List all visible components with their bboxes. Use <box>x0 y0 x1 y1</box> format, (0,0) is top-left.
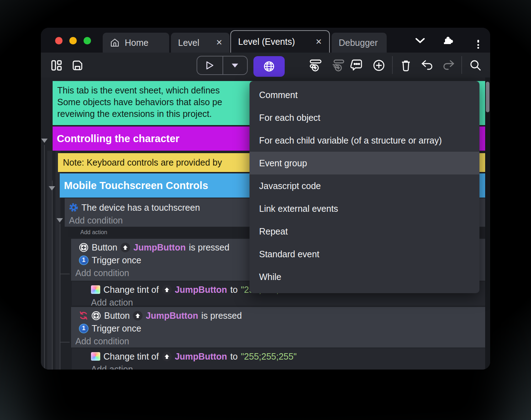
play-preview-button[interactable] <box>197 56 223 74</box>
comment-bubble-icon <box>350 59 363 72</box>
panels-icon <box>51 60 62 71</box>
action-text: to <box>230 285 238 295</box>
add-comment-button[interactable] <box>349 57 365 74</box>
menu-item-repeat[interactable]: Repeat <box>250 220 479 243</box>
condition-text: is pressed <box>189 242 229 253</box>
object-icon <box>133 311 143 321</box>
globe-icon <box>263 60 275 72</box>
network-preview-button[interactable] <box>253 56 285 77</box>
add-action-link[interactable]: Add action <box>91 297 133 306</box>
plus-circle-icon <box>372 59 385 72</box>
menu-item-for-each-child-variable[interactable]: For each child variable (of a structure … <box>250 129 479 152</box>
tab-home[interactable]: Home <box>103 33 169 53</box>
search-button[interactable] <box>467 57 484 74</box>
tree-line <box>60 342 70 343</box>
object-name: JumpButton <box>146 311 198 321</box>
save-button[interactable] <box>69 57 86 74</box>
undo-button[interactable] <box>419 57 435 74</box>
add-subevent-button[interactable] <box>329 57 346 74</box>
add-event-button[interactable] <box>307 57 323 74</box>
preview-options-button[interactable] <box>223 56 247 74</box>
trigger-once-icon: 1 <box>79 324 88 333</box>
group-title: Controlling the character <box>57 133 179 145</box>
close-window-button[interactable] <box>55 37 63 44</box>
save-icon <box>72 60 83 71</box>
tab-level-events[interactable]: Level (Events) ✕ <box>230 30 330 53</box>
scrollbar-thumb[interactable] <box>486 82 489 112</box>
object-icon <box>162 285 172 295</box>
tree-line <box>60 274 70 274</box>
tree-line <box>44 145 45 370</box>
tab-label: Home <box>125 38 149 48</box>
menu-item-standard-event[interactable]: Standard event <box>250 243 479 265</box>
add-condition-link[interactable]: Add condition <box>75 268 129 278</box>
action-text: Change tint of <box>103 285 159 295</box>
subevent-conditions[interactable]: Button JumpButton is pressed 1 Trigger o… <box>71 307 485 348</box>
collapse-arrow-icon[interactable] <box>49 186 55 190</box>
add-event-icon <box>308 59 322 72</box>
gamepad-button-icon <box>91 311 101 321</box>
tabs-overflow-button[interactable] <box>412 34 428 47</box>
tab-label: Level (Events) <box>238 37 295 47</box>
toggle-panels-button[interactable] <box>48 57 65 74</box>
home-icon <box>110 38 120 48</box>
object-name: JumpButton <box>133 242 186 253</box>
undo-icon <box>421 60 434 71</box>
extensions-button[interactable] <box>440 34 456 47</box>
action-text: to <box>230 351 238 362</box>
minimize-window-button[interactable] <box>69 37 77 44</box>
preview-button-group <box>197 56 248 75</box>
condition-text: Button <box>92 242 117 253</box>
condition-text: The device has a touchscreen <box>81 203 200 213</box>
close-tab-icon[interactable]: ✕ <box>216 38 222 47</box>
menu-item-event-group[interactable]: Event group <box>250 152 479 174</box>
tree-line <box>60 224 60 370</box>
trigger-once-icon: 1 <box>79 255 88 265</box>
collapse-arrow-icon[interactable] <box>57 218 63 222</box>
redo-button[interactable] <box>440 57 457 74</box>
menu-item-javascript-code[interactable]: Javascript code <box>250 174 479 197</box>
app-window: Home Level ✕ Level (Events) ✕ Debugger <box>41 28 490 370</box>
choose-event-button[interactable] <box>371 57 387 74</box>
trash-icon <box>400 59 412 71</box>
tree-line <box>52 181 53 370</box>
toolbar <box>41 53 490 77</box>
caret-down-icon <box>232 64 238 68</box>
toolbar-divider <box>392 56 393 74</box>
gear-icon <box>69 203 78 212</box>
condition-text: Trigger once <box>92 323 141 334</box>
indent-guide <box>47 151 52 370</box>
delete-button[interactable] <box>398 57 414 74</box>
scrollbar-track[interactable] <box>485 77 490 370</box>
tab-label: Debugger <box>339 38 378 48</box>
close-tab-icon[interactable]: ✕ <box>316 37 322 47</box>
menu-item-while[interactable]: While <box>250 265 479 288</box>
tint-palette-icon <box>91 285 100 294</box>
note-text: Note: Keyboard controls are provided by <box>63 157 222 168</box>
menu-item-comment[interactable]: Comment <box>250 84 479 106</box>
more-options-button[interactable] <box>470 34 486 47</box>
subevent-actions[interactable]: Change tint of JumpButton to "255;255;25… <box>72 348 485 370</box>
tab-label: Level <box>178 38 199 48</box>
tint-palette-icon <box>91 352 100 361</box>
object-icon <box>120 243 130 252</box>
add-action-link[interactable]: Add action <box>91 364 133 370</box>
tab-level[interactable]: Level ✕ <box>171 33 230 53</box>
add-action-link[interactable]: Add action <box>80 229 107 236</box>
toolbar-divider <box>461 56 462 74</box>
object-icon <box>162 352 172 361</box>
add-condition-link[interactable]: Add condition <box>75 336 129 346</box>
redo-icon <box>442 60 455 71</box>
tab-debugger[interactable]: Debugger <box>332 33 387 53</box>
action-text: Change tint of <box>103 351 159 362</box>
menu-item-for-each-object[interactable]: For each object <box>250 106 479 129</box>
object-name: JumpButton <box>175 285 227 295</box>
object-name: JumpButton <box>175 351 227 362</box>
search-icon <box>470 59 482 71</box>
menu-item-link-external-events[interactable]: Link external events <box>250 197 479 220</box>
zoom-window-button[interactable] <box>84 37 91 44</box>
collapse-arrow-icon[interactable] <box>41 139 48 143</box>
action-value: "255;255;255" <box>241 351 297 362</box>
add-condition-link[interactable]: Add condition <box>69 215 123 226</box>
add-event-context-menu: Comment For each object For each child v… <box>250 81 479 293</box>
